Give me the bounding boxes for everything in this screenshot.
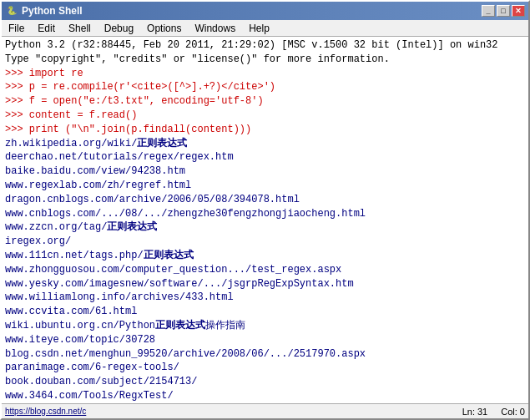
title-bar-left: 🐍 Python Shell	[5, 4, 83, 18]
close-button[interactable]: ✕	[512, 5, 525, 17]
column-number: Col: 0	[501, 407, 525, 417]
shell-line: www.yesky.com/imagesnew/software/.../jsg…	[5, 277, 525, 291]
status-link[interactable]: https://blog.csdn.net/c	[5, 407, 86, 416]
shell-line: dragon.cnblogs.com/archive/2006/05/08/39…	[5, 193, 525, 207]
shell-line: iregex.org/	[5, 235, 525, 249]
menu-item-file[interactable]: File	[2, 20, 31, 36]
shell-line: deerchao.net/tutorials/regex/regex.htm	[5, 150, 525, 164]
shell-line: >>> f = open("e:/t3.txt", encoding='utf-…	[5, 94, 525, 109]
shell-line: baike.baidu.com/view/94238.htm	[5, 164, 525, 179]
menu-item-windows[interactable]: Windows	[188, 20, 242, 36]
window-title: Python Shell	[22, 5, 83, 17]
menu-item-shell[interactable]: Shell	[62, 20, 98, 36]
shell-line: Type "copyright", "credits" or "license(…	[5, 53, 525, 67]
shell-line: www.zhongguosou.com/computer_question...…	[5, 263, 525, 277]
shell-line: www.regexlab.com/zh/regref.html	[5, 179, 525, 193]
shell-line: >>> content = f.read()	[5, 109, 525, 123]
shell-line: >>> print ("\n".join(p.findall(content))…	[5, 123, 525, 137]
status-bar: https://blog.csdn.net/c Ln: 31 Col: 0	[2, 403, 528, 418]
title-buttons: _ □ ✕	[482, 5, 525, 17]
shell-line: paranimage.com/6-regex-tools/	[5, 361, 525, 375]
shell-line: www.111cn.net/tags.php/正则表达式	[5, 249, 525, 263]
shell-line: www.iteye.com/topic/30728	[5, 333, 525, 347]
menu-item-debug[interactable]: Debug	[98, 20, 140, 36]
shell-line: >>> p = re.compile(r'<cite>([^>].+?)</ci…	[5, 80, 525, 94]
shell-line: www.zzcn.org/tag/正则表达式	[5, 220, 525, 235]
line-number: Ln: 31	[462, 407, 488, 417]
shell-content: Python 3.2 (r32:88445, Feb 20 2011, 21:2…	[2, 37, 528, 403]
menu-item-options[interactable]: Options	[140, 20, 188, 36]
shell-line: wiki.ubuntu.org.cn/Python正则表达式操作指南	[5, 319, 525, 333]
shell-line: www.williamlong.info/archives/433.html	[5, 291, 525, 305]
maximize-button[interactable]: □	[497, 5, 510, 17]
shell-line: zh.wikipedia.org/wiki/正则表达式	[5, 137, 525, 151]
minimize-button[interactable]: _	[482, 5, 495, 17]
shell-output[interactable]: Python 3.2 (r32:88445, Feb 20 2011, 21:2…	[2, 37, 528, 403]
shell-line: book.douban.com/subject/2154713/	[5, 375, 525, 389]
shell-line: blog.csdn.net/menghun_99520/archive/2008…	[5, 347, 525, 362]
shell-line: >>> import re	[5, 67, 525, 81]
python-icon: 🐍	[5, 4, 18, 18]
menu-item-help[interactable]: Help	[242, 20, 276, 36]
status-position: Ln: 31 Col: 0	[462, 407, 525, 417]
title-bar: 🐍 Python Shell _ □ ✕	[2, 2, 528, 20]
menu-item-edit[interactable]: Edit	[31, 20, 62, 36]
shell-line: www.ccvita.com/61.html	[5, 305, 525, 319]
python-shell-window: 🐍 Python Shell _ □ ✕ FileEditShellDebugO…	[0, 0, 530, 420]
menu-bar: FileEditShellDebugOptionsWindowsHelp	[2, 20, 528, 37]
shell-line: www.3464.com/Tools/RegxTest/	[5, 389, 525, 403]
shell-line: Python 3.2 (r32:88445, Feb 20 2011, 21:2…	[5, 38, 525, 53]
shell-line: www.cnblogs.com/.../08/.../zhengzhe30fen…	[5, 207, 525, 221]
